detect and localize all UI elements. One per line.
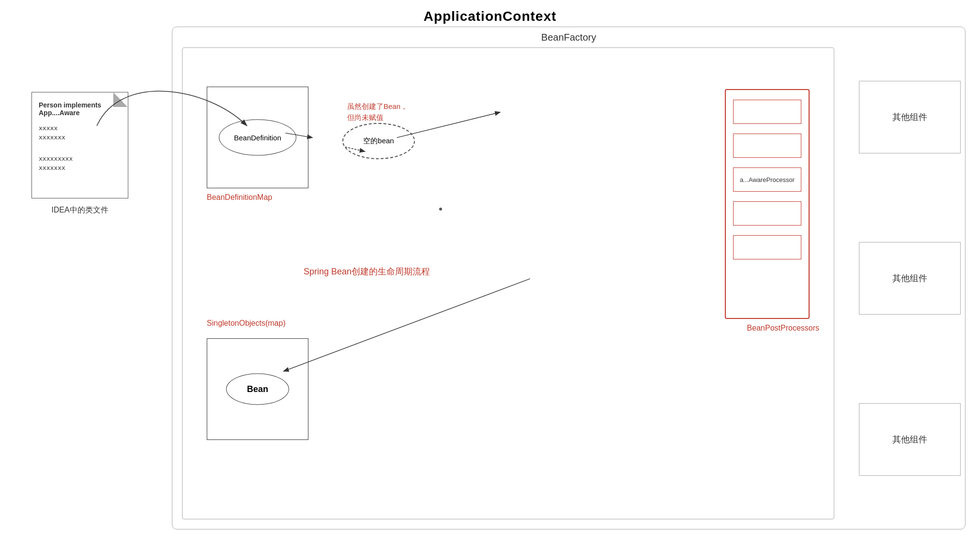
empty-bean-ellipse: 空的bean: [342, 123, 415, 159]
file-line-1: xxxxx: [39, 124, 121, 132]
bean-definition-ellipse: BeanDefinition: [219, 120, 296, 156]
bpp-subbox-3: a...AwareProcessor: [733, 167, 801, 192]
bean-factory-label: BeanFactory: [172, 32, 965, 43]
bpp-subbox-1: [733, 100, 801, 124]
bean-post-processors-label: BeanPostProcessors: [747, 324, 819, 332]
bean-definition-map-box: BeanDefinition: [207, 87, 308, 188]
dot-decoration: [439, 208, 442, 211]
other-comp-box-1: 其他组件: [859, 81, 961, 153]
other-comp-box-3: 其他组件: [859, 403, 961, 476]
file-line-4: xxxxxxxxx: [39, 155, 121, 162]
bean-ellipse: Bean: [226, 374, 289, 405]
page-title: ApplicationContext: [0, 0, 980, 28]
bpp-subbox-2: [733, 134, 801, 158]
annotation-already-created: 虽然创建了Bean， 但尚未赋值: [347, 101, 408, 123]
singleton-objects-label: SingletonObjects(map): [207, 319, 286, 328]
bpp-subbox-4: [733, 201, 801, 226]
bpp-subbox-5: [733, 235, 801, 259]
idea-file-bottom-label: IDEA中的类文件: [15, 205, 145, 215]
other-comp-box-2: 其他组件: [859, 242, 961, 315]
file-line-5: xxxxxxx: [39, 164, 121, 171]
file-line-3: [39, 143, 121, 150]
idea-file-doc: Person implements App....Aware xxxxx xxx…: [31, 92, 128, 198]
singleton-objects-box: Bean: [207, 338, 308, 440]
other-components-column: 其他组件 其他组件 其他组件: [854, 27, 965, 529]
idea-file-title: Person implements App....Aware: [39, 101, 121, 117]
bean-factory-box: BeanDefinition BeanDefinitionMap 空的bean …: [182, 47, 834, 519]
file-line-2: xxxxxxx: [39, 134, 121, 141]
idea-file-area: Spring读取 Person implements App....Aware …: [15, 63, 145, 215]
bean-post-processors-box: a...AwareProcessor: [725, 89, 810, 319]
bean-definition-map-label: BeanDefinitionMap: [207, 193, 272, 202]
app-context-box: BeanFactory BeanDefinition BeanDefinitio…: [172, 27, 965, 529]
lifecycle-label: Spring Bean创建的生命周期流程: [304, 266, 430, 277]
